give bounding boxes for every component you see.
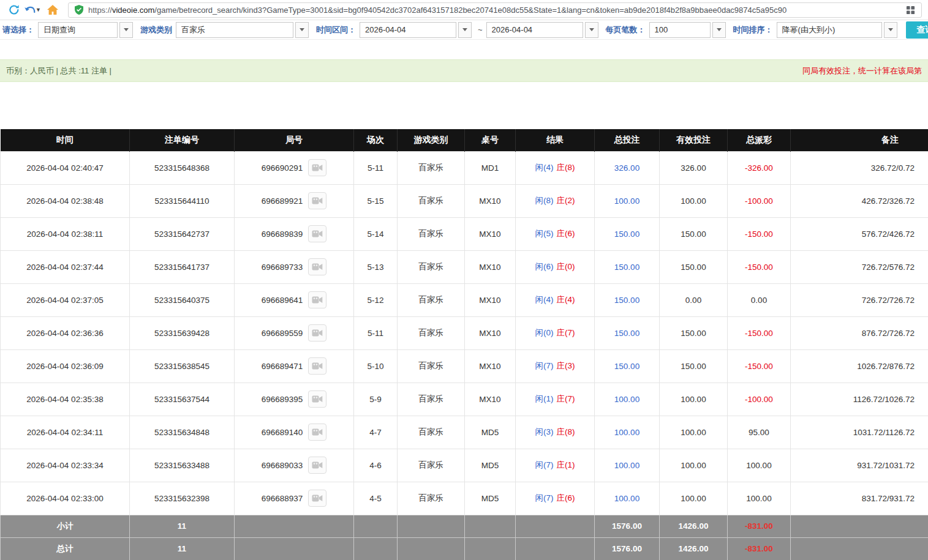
cell-total-bet[interactable]: 100.00	[595, 449, 660, 482]
video-replay-button[interactable]	[308, 159, 326, 176]
cell-time: 2026-04-04 02:35:38	[1, 383, 130, 416]
game-type-combo	[176, 22, 309, 38]
cell-valid-bet: 150.00	[660, 250, 728, 283]
chevron-down-icon	[300, 28, 304, 31]
cell-bet-id: 523315639428	[130, 316, 235, 349]
address-bar[interactable]: https://videoie.com/game/betrecord_searc…	[68, 2, 922, 18]
cell-total-bet[interactable]: 100.00	[595, 416, 660, 449]
refresh-button[interactable]	[6, 2, 22, 18]
cell-session: 5-10	[354, 349, 398, 383]
cell-table: MD5	[465, 482, 516, 515]
cell-session: 5-12	[354, 283, 398, 316]
cell-round: 696689471	[235, 349, 354, 383]
video-replay-button[interactable]	[308, 390, 326, 408]
result-banker: 庄(8)	[557, 163, 575, 172]
cell-payout: 0.00	[728, 283, 791, 316]
total-payout: -831.00	[728, 537, 791, 560]
cell-session: 5-11	[354, 151, 398, 184]
query-type-input[interactable]	[38, 22, 118, 38]
game-type-dropdown-button[interactable]	[295, 22, 309, 38]
cell-total-bet[interactable]: 100.00	[595, 383, 660, 416]
result-player: 闲(5)	[535, 229, 554, 238]
cell-total-bet[interactable]: 326.00	[595, 151, 660, 184]
chevron-down-icon	[462, 28, 467, 31]
game-type-input[interactable]	[176, 22, 293, 38]
cell-game-type: 百家乐	[398, 184, 465, 217]
home-button[interactable]	[45, 2, 61, 18]
result-banker: 庄(8)	[557, 427, 575, 436]
cell-valid-bet: 100.00	[660, 449, 728, 482]
query-type-dropdown-button[interactable]	[119, 22, 133, 38]
cell-game-type: 百家乐	[398, 151, 465, 184]
result-player: 闲(4)	[535, 295, 554, 304]
video-replay-button[interactable]	[308, 258, 326, 275]
cell-total-bet[interactable]: 100.00	[595, 482, 660, 515]
cell-round: 696689395	[235, 383, 354, 416]
video-replay-button[interactable]	[308, 291, 326, 308]
cell-payout: -150.00	[728, 250, 791, 283]
url-text: https://videoie.com/game/betrecord_searc…	[88, 6, 787, 15]
home-icon	[47, 4, 59, 15]
cell-remark: 426.72/326.72	[791, 184, 928, 217]
video-replay-button[interactable]	[308, 324, 326, 342]
cell-table: MX10	[465, 184, 516, 217]
total-label: 总计	[1, 537, 130, 560]
cell-round: 696689733	[235, 250, 354, 283]
cell-result: 闲(4)庄(4)	[516, 283, 595, 316]
cell-valid-bet: 0.00	[660, 283, 728, 316]
grid-icon[interactable]	[906, 6, 915, 15]
cell-total-bet[interactable]: 150.00	[595, 349, 660, 383]
header-game-type: 游戏类别	[398, 129, 465, 151]
video-replay-icon	[312, 494, 323, 502]
video-replay-button[interactable]	[308, 490, 326, 507]
filter-toolbar: 请选择： 游戏类别 时间区间： ~ 每页笔数： 时间排序： 查询	[0, 20, 928, 40]
undo-icon	[24, 5, 36, 15]
cell-remark: 726.72/726.72	[791, 283, 928, 316]
header-payout: 总派彩	[728, 129, 791, 151]
cell-total-bet[interactable]: 150.00	[595, 250, 660, 283]
cell-round: 696689839	[235, 217, 354, 250]
video-replay-button[interactable]	[308, 457, 326, 474]
round-number: 696689140	[262, 428, 303, 437]
date-to-dropdown-button[interactable]	[585, 22, 598, 38]
round-number: 696688937	[262, 494, 303, 503]
video-replay-button[interactable]	[308, 225, 326, 242]
cell-total-bet[interactable]: 150.00	[595, 316, 660, 349]
result-banker: 庄(6)	[557, 229, 575, 238]
sort-dropdown-button[interactable]	[884, 22, 897, 38]
header-remark: 备注	[791, 129, 928, 151]
table-row: 2026-04-04 02:35:38 523315637544 6966893…	[1, 383, 928, 416]
undo-menu-caret[interactable]: ▼	[36, 7, 41, 13]
cell-game-type: 百家乐	[398, 217, 465, 250]
result-banker: 庄(1)	[557, 460, 575, 469]
cell-total-bet[interactable]: 150.00	[595, 283, 660, 316]
cell-total-bet[interactable]: 100.00	[595, 184, 660, 217]
cell-bet-id: 523315641737	[130, 250, 235, 283]
cell-valid-bet: 326.00	[660, 151, 728, 184]
cell-payout: -150.00	[728, 217, 791, 250]
date-from-dropdown-button[interactable]	[458, 22, 472, 38]
page-size-input[interactable]	[649, 22, 711, 38]
game-type-label: 游戏类别	[140, 24, 172, 35]
page-size-dropdown-button[interactable]	[712, 22, 726, 38]
cell-session: 5-9	[354, 383, 398, 416]
video-replay-button[interactable]	[308, 357, 326, 375]
search-button[interactable]: 查询	[906, 21, 928, 39]
date-to-input[interactable]	[486, 22, 583, 38]
cell-payout: -150.00	[728, 349, 791, 383]
cell-remark: 1026.72/876.72	[791, 349, 928, 383]
cell-payout: 100.00	[728, 449, 791, 482]
video-replay-button[interactable]	[308, 192, 326, 209]
cell-game-type: 百家乐	[398, 283, 465, 316]
cell-session: 5-13	[354, 250, 398, 283]
cell-result: 闲(6)庄(0)	[516, 250, 595, 283]
video-replay-icon	[312, 196, 323, 205]
header-time: 时间	[1, 129, 130, 151]
cell-total-bet[interactable]: 150.00	[595, 217, 660, 250]
sort-input[interactable]	[777, 22, 882, 38]
date-from-input[interactable]	[360, 22, 456, 38]
video-replay-icon	[312, 461, 323, 469]
cell-time: 2026-04-04 02:36:09	[1, 349, 130, 383]
video-replay-button[interactable]	[308, 424, 326, 441]
cell-table: MX10	[465, 250, 516, 283]
